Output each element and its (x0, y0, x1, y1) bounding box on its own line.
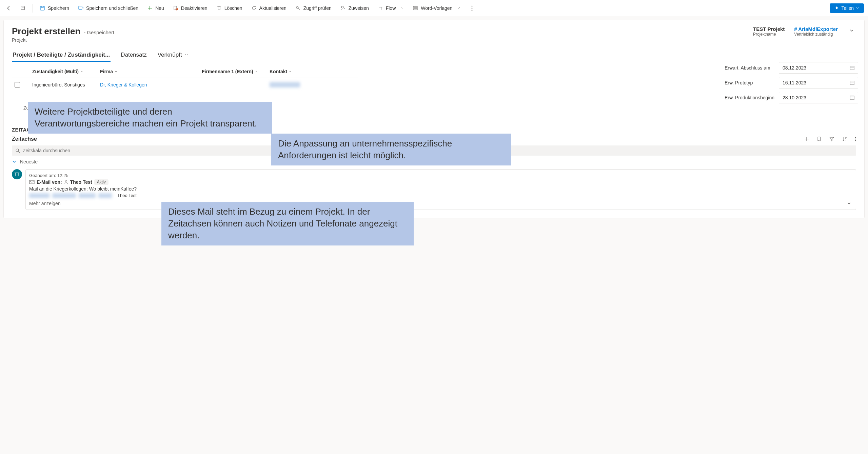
tab-linked-label: Verknüpft (158, 52, 182, 58)
timeline-bookmark[interactable] (817, 136, 822, 142)
col-kontakt[interactable]: Kontakt (270, 69, 331, 74)
email-icon (29, 180, 35, 184)
cell-firma[interactable]: Dr, Krieger & Kollegen (100, 82, 202, 87)
page-title: Projekt erstellen (12, 26, 80, 37)
header-expand[interactable] (847, 26, 856, 35)
command-bar: Speichern Speichern und schließen Neu De… (0, 0, 868, 16)
row-checkbox[interactable] (15, 82, 20, 87)
newest-label: Neueste (20, 159, 38, 164)
entity-type: Projekt (12, 37, 114, 43)
popout-icon (20, 5, 26, 11)
delete-label: Löschen (224, 5, 242, 11)
assign-icon (340, 5, 346, 11)
word-icon (413, 5, 418, 11)
delete-button[interactable]: Löschen (214, 4, 244, 13)
timeline-add[interactable] (804, 136, 809, 142)
header-meta: TEST Projekt Projektname # AriaMdlExport… (753, 26, 856, 37)
svg-point-9 (472, 5, 473, 6)
check-access-button[interactable]: Zugriff prüfen (293, 4, 334, 13)
save-label: Speichern (48, 5, 69, 11)
new-button[interactable]: Neu (145, 4, 166, 13)
redacted-text (79, 193, 96, 198)
prod-value: 28.10.2023 (783, 95, 806, 100)
timeline-filter[interactable] (829, 136, 834, 142)
modified-label: Geändert am: 12:25 (29, 173, 852, 178)
flow-icon (378, 5, 383, 11)
timeline-sort[interactable] (842, 136, 847, 142)
svg-rect-13 (850, 81, 854, 85)
flow-button[interactable]: Flow (376, 4, 406, 13)
redacted-text (98, 193, 112, 198)
check-access-label: Zugriff prüfen (303, 5, 332, 11)
chevron-down-icon[interactable] (846, 201, 852, 206)
cell-zust: Ingenieurbüro, Sonstiges (32, 82, 100, 87)
save-close-label: Speichern und schließen (86, 5, 138, 11)
tab-dataset[interactable]: Datensatz (120, 48, 147, 62)
search-icon (15, 148, 20, 153)
save-button[interactable]: Speichern (38, 4, 71, 13)
back-button[interactable] (4, 4, 14, 13)
status-badge: Aktiv (94, 179, 108, 185)
calendar-icon (850, 80, 854, 85)
form-header: Projekt erstellen - Gespeichert Projekt … (4, 20, 864, 45)
timeline-label: Zeitachse (12, 136, 37, 142)
grid-header: Zuständigkeit (Multi) Firma Firmenname 1… (12, 65, 358, 78)
chevron-down-icon[interactable] (12, 159, 17, 164)
project-name-label: Projektname (753, 32, 785, 37)
sales-resp-label: Vertrieblich zuständig (794, 32, 838, 37)
col-firmenname[interactable]: Firmenname 1 (Extern) (202, 69, 270, 74)
assign-button[interactable]: Zuweisen (338, 4, 371, 13)
chevron-down-icon (400, 6, 404, 10)
more-vertical-icon (469, 5, 475, 11)
word-templates-button[interactable]: Word-Vorlagen (411, 4, 462, 13)
annotation-callout-1: Weitere Projektbeteiligte und deren Vera… (28, 102, 272, 134)
svg-point-10 (472, 7, 473, 8)
prod-input[interactable]: 28.10.2023 (779, 92, 858, 103)
svg-rect-12 (850, 66, 854, 70)
proto-value: 16.11.2023 (783, 80, 806, 85)
timeline-more[interactable] (855, 136, 856, 142)
svg-rect-4 (174, 6, 177, 10)
closure-value: 08.12.2023 (783, 65, 806, 71)
svg-rect-2 (41, 6, 43, 7)
svg-point-7 (341, 6, 343, 8)
overflow-button[interactable] (467, 4, 477, 13)
redacted-text (29, 193, 50, 198)
refresh-icon (251, 5, 257, 11)
save-close-button[interactable]: Speichern und schließen (76, 4, 140, 13)
prod-label: Erw. Produktionsbeginn (725, 95, 775, 100)
redacted-text (52, 193, 76, 198)
email-sender: Theo Test (70, 179, 92, 185)
refresh-button[interactable]: Aktualisieren (249, 4, 289, 13)
refresh-label: Aktualisieren (259, 5, 287, 11)
annotation-callout-2: Die Anpassung an unternehmensspezifische… (271, 134, 511, 165)
tab-participants[interactable]: Projekt / Beteiligte / Zuständigkeit... (12, 48, 111, 62)
proto-input[interactable]: 16.11.2023 (779, 77, 858, 88)
table-row[interactable]: Ingenieurbüro, Sonstiges Dr, Krieger & K… (12, 78, 358, 92)
tab-linked[interactable]: Verknüpft (157, 48, 189, 62)
show-more-link[interactable]: Mehr anzeigen (29, 201, 852, 206)
col-firma[interactable]: Firma (100, 69, 202, 74)
save-icon (40, 5, 45, 11)
toolbar-separator (33, 4, 33, 13)
chevron-down-icon (457, 6, 460, 10)
cell-firmenname (202, 82, 270, 87)
share-icon (834, 6, 839, 11)
trash-icon (216, 5, 222, 11)
svg-rect-3 (79, 6, 82, 9)
closure-input[interactable]: 08.12.2023 (779, 62, 858, 74)
save-state: - Gespeichert (84, 29, 114, 35)
sales-resp-value[interactable]: # AriaMdlExporter (794, 26, 838, 32)
share-button[interactable]: Teilen (830, 3, 864, 13)
avatar: TT (12, 169, 22, 179)
email-from-label: E-Mail von: (37, 179, 62, 185)
deactivate-button[interactable]: Deaktivieren (171, 4, 210, 13)
svg-point-17 (855, 140, 856, 141)
svg-point-18 (16, 149, 19, 152)
popout-button[interactable] (18, 4, 28, 13)
col-zust[interactable]: Zuständigkeit (Multi) (32, 69, 100, 74)
timeline-card[interactable]: Geändert am: 12:25 E-Mail von: Theo Test… (25, 169, 856, 210)
word-templates-label: Word-Vorlagen (421, 5, 452, 11)
new-label: Neu (155, 5, 164, 11)
proto-label: Erw. Prototyp (725, 80, 775, 85)
